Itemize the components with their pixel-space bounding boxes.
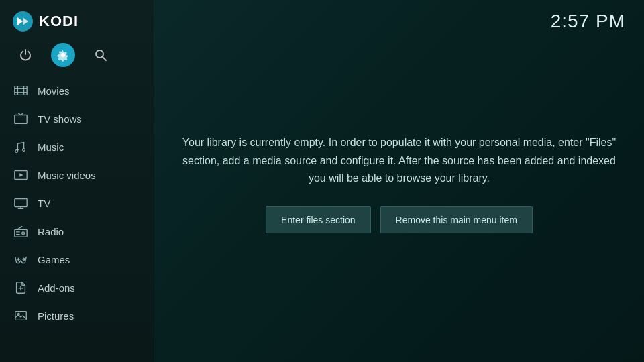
search-button[interactable] [89, 43, 113, 67]
sidebar-item-music-videos-label: Music videos [38, 170, 96, 181]
clock-display: 2:57 PM [551, 11, 625, 32]
sidebar-item-radio[interactable]: Radio [0, 217, 154, 245]
power-button[interactable] [13, 43, 38, 67]
power-icon [19, 48, 32, 62]
sidebar-item-music[interactable]: Music [0, 133, 154, 161]
svg-line-6 [103, 57, 106, 60]
kodi-wordmark: KODI [39, 13, 78, 30]
tv-icon [13, 196, 28, 210]
movies-icon [13, 83, 28, 98]
nav-list: Movies TV shows Music Music videos [0, 76, 154, 362]
sidebar-item-movies-label: Movies [38, 85, 70, 97]
sidebar-item-movies[interactable]: Movies [0, 76, 154, 105]
sidebar-item-tv-shows-label: TV shows [38, 113, 82, 125]
svg-rect-18 [15, 199, 27, 207]
sidebar-item-tv[interactable]: TV [0, 189, 154, 217]
svg-marker-17 [19, 173, 23, 177]
radio-icon [13, 224, 28, 239]
sidebar-item-music-videos[interactable]: Music videos [0, 161, 154, 189]
svg-point-22 [22, 232, 25, 235]
remove-menu-item-button[interactable]: Remove this main menu item [380, 206, 533, 233]
sidebar-item-music-label: Music [38, 141, 64, 153]
top-bar: 2:57 PM [154, 0, 644, 32]
search-icon [94, 48, 107, 62]
sidebar-header: KODI [0, 0, 154, 42]
sidebar-item-tv-shows[interactable]: TV shows [0, 105, 154, 133]
top-icons-bar [0, 42, 154, 76]
music-videos-icon [13, 168, 28, 182]
sidebar-item-radio-label: Radio [38, 226, 64, 237]
sidebar-item-add-ons-label: Add-ons [38, 282, 75, 294]
music-icon [13, 139, 28, 154]
sidebar-item-games-label: Games [38, 254, 70, 265]
svg-point-15 [23, 149, 25, 152]
sidebar-item-pictures[interactable]: Pictures [0, 302, 154, 330]
settings-button[interactable] [51, 43, 75, 67]
games-icon [13, 252, 28, 267]
sidebar-item-tv-label: TV [38, 198, 50, 209]
center-area: Your library is currently empty. In orde… [154, 32, 644, 362]
svg-rect-12 [15, 115, 27, 124]
tv-shows-icon [13, 111, 28, 126]
main-content: 2:57 PM Your library is currently empty.… [154, 0, 644, 362]
sidebar: KODI [0, 0, 154, 362]
sidebar-item-pictures-label: Pictures [38, 310, 74, 322]
enter-files-section-button[interactable]: Enter files section [266, 206, 371, 233]
svg-rect-21 [15, 229, 27, 237]
svg-rect-7 [15, 86, 27, 95]
empty-library-message-box: Your library is currently empty. In orde… [181, 134, 617, 233]
settings-icon [56, 48, 70, 62]
sidebar-item-games[interactable]: Games [0, 245, 154, 274]
sidebar-item-add-ons[interactable]: Add-ons [0, 274, 154, 302]
pictures-icon [13, 308, 28, 323]
kodi-logo-icon [12, 11, 34, 32]
empty-library-message: Your library is currently empty. In orde… [181, 134, 617, 187]
add-ons-icon [13, 280, 28, 295]
action-buttons-group: Enter files section Remove this main men… [181, 206, 617, 233]
